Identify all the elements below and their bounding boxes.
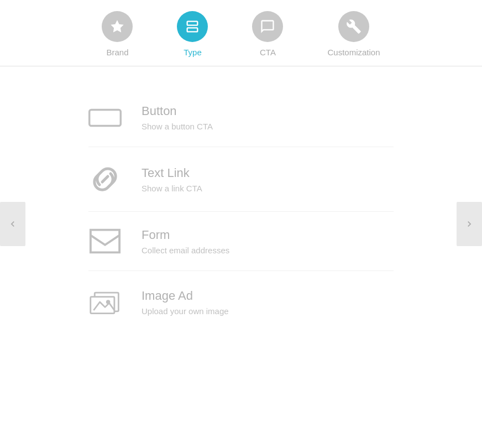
text-link-text: Text Link Show a link CTA xyxy=(142,166,202,193)
form-title: Form xyxy=(142,228,229,242)
button-title: Button xyxy=(142,104,213,118)
image-ad-desc: Upload your own image xyxy=(142,306,229,316)
chat-icon xyxy=(260,19,275,34)
step-customization[interactable]: Customization xyxy=(327,11,380,57)
option-form[interactable]: Form Collect email addresses xyxy=(88,212,394,271)
step-customization-circle xyxy=(338,11,369,42)
step-type-label: Type xyxy=(184,48,202,57)
form-icon xyxy=(88,227,122,255)
step-brand-label: Brand xyxy=(106,48,128,57)
option-text-link[interactable]: Text Link Show a link CTA xyxy=(88,147,394,212)
wrench-icon xyxy=(346,19,362,34)
text-link-desc: Show a link CTA xyxy=(142,184,202,193)
button-text: Button Show a button CTA xyxy=(142,104,213,131)
step-type-circle xyxy=(177,11,208,42)
form-desc: Collect email addresses xyxy=(142,246,229,255)
step-brand-circle xyxy=(102,11,133,42)
link-icon xyxy=(88,163,122,196)
chevron-right-icon xyxy=(464,218,475,230)
option-button[interactable]: Button Show a button CTA xyxy=(88,88,394,147)
step-cta-circle xyxy=(252,11,283,42)
button-icon-container xyxy=(88,107,122,128)
svg-rect-0 xyxy=(90,110,121,126)
star-icon xyxy=(109,19,125,34)
step-type[interactable]: Type xyxy=(177,11,208,57)
button-desc: Show a button CTA xyxy=(142,122,213,131)
step-cta-label: CTA xyxy=(260,48,276,57)
chevron-left-icon xyxy=(7,218,18,230)
button-icon xyxy=(88,107,122,128)
step-cta[interactable]: CTA xyxy=(252,11,283,57)
form-text: Form Collect email addresses xyxy=(142,228,229,255)
layers-icon xyxy=(185,19,200,34)
step-customization-label: Customization xyxy=(327,48,380,57)
image-ad-title: Image Ad xyxy=(142,289,229,303)
form-icon-container xyxy=(88,227,122,255)
image-ad-icon xyxy=(88,286,122,317)
step-brand[interactable]: Brand xyxy=(102,11,133,57)
nav-left[interactable] xyxy=(0,202,25,246)
option-image-ad[interactable]: Image Ad Upload your own image xyxy=(88,271,394,334)
stepper: Brand Type CTA Customization xyxy=(0,0,482,66)
nav-right[interactable] xyxy=(457,202,482,246)
image-ad-text: Image Ad Upload your own image xyxy=(142,289,229,316)
image-ad-icon-container xyxy=(88,286,122,317)
main-content: Button Show a button CTA Text Link Show … xyxy=(0,66,482,448)
text-link-title: Text Link xyxy=(142,166,202,180)
text-link-icon-container xyxy=(88,163,122,196)
svg-point-3 xyxy=(106,300,111,304)
